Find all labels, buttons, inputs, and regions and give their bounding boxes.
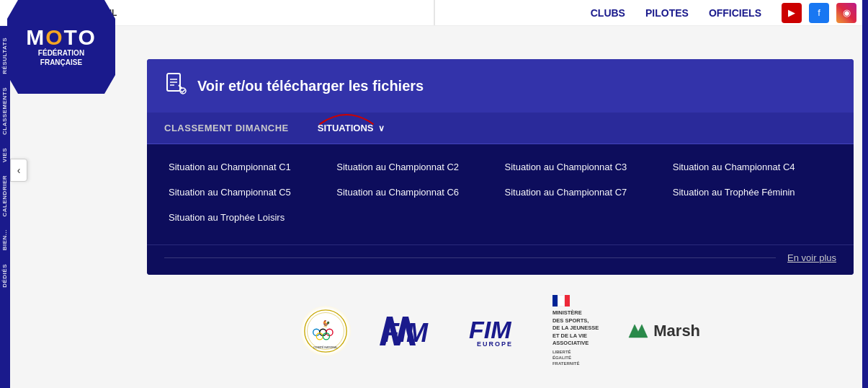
- situation-trophee-loisirs[interactable]: Situation au Trophée Loisirs: [164, 205, 332, 230]
- main-panel: Voir et/ou télécharger les fichiers CLAS…: [147, 59, 854, 275]
- svg-text:🐓: 🐓: [321, 319, 330, 328]
- tab-classement[interactable]: CLASSEMENT DIMANCHE: [164, 113, 289, 144]
- logo-shape[interactable]: MOTO FÉDÉRATION FRANÇAISE: [7, 0, 115, 94]
- tab-situations[interactable]: SITUATIONS ∨: [318, 113, 385, 144]
- fim-logo: FIM: [380, 317, 437, 345]
- partner-fim[interactable]: FIM: [380, 317, 437, 345]
- right-blue-edge: [862, 0, 868, 387]
- situation-c5[interactable]: Situation au Championnat C5: [164, 180, 332, 205]
- ministere-logo: MINISTÈREDES SPORTS,DE LA JEUNESSEET DE …: [552, 295, 599, 367]
- situation-c7[interactable]: Situation au Championnat C7: [501, 180, 668, 205]
- nav-pilotes[interactable]: PILOTES: [645, 7, 689, 19]
- fim-europe-logo: FIM EUROPE: [466, 315, 524, 347]
- nav-links: CLUBS PILOTES OFFICIELS ▶ f ◉: [591, 3, 856, 23]
- situation-c1[interactable]: Situation au Championnat C1: [164, 154, 332, 180]
- panel-content: Situation au Championnat C1 Situation au…: [147, 144, 854, 244]
- logo-area: MOTO FÉDÉRATION FRANÇAISE: [0, 0, 122, 101]
- panel-tabs: CLASSEMENT DIMANCHE SITUATIONS ∨: [147, 113, 854, 144]
- svg-text:EUROPE: EUROPE: [477, 340, 513, 347]
- svg-text:FIM: FIM: [383, 318, 429, 345]
- situation-c6[interactable]: Situation au Championnat C6: [332, 180, 500, 205]
- facebook-icon[interactable]: f: [809, 3, 829, 23]
- instagram-icon[interactable]: ◉: [836, 3, 856, 23]
- content-wrapper: Voir et/ou télécharger les fichiers CLAS…: [10, 52, 868, 387]
- file-icon: [164, 72, 187, 100]
- dropdown-arc-decoration: [310, 111, 382, 125]
- panel-header: Voir et/ou télécharger les fichiers: [147, 59, 854, 113]
- svg-text:FIM: FIM: [469, 316, 511, 343]
- nav-officiels[interactable]: OFFICIELS: [709, 7, 761, 19]
- collapse-icon: ‹: [17, 164, 21, 176]
- youtube-icon[interactable]: ▶: [782, 3, 802, 23]
- social-icons: ▶ f ◉: [782, 3, 856, 23]
- partner-ministere[interactable]: MINISTÈREDES SPORTS,DE LA JEUNESSEET DE …: [552, 295, 599, 367]
- marsh-logo: Marsh: [627, 322, 700, 340]
- situation-c4[interactable]: Situation au Championnat C4: [668, 154, 836, 180]
- panel-title: Voir et/ou télécharger les fichiers: [197, 78, 424, 94]
- panel-footer: En voir plus: [147, 244, 854, 275]
- footer-line: [164, 257, 776, 258]
- logo-federation: FÉDÉRATION FRANÇAISE: [38, 48, 84, 67]
- situation-c2[interactable]: Situation au Championnat C2: [332, 154, 500, 180]
- nav-divider: [434, 0, 434, 25]
- sidebar-item-vies[interactable]: VIES: [0, 142, 10, 168]
- top-navigation: ◀ RETOUR À L'ACCUEIL CLUBS PILOTES OFFIC…: [0, 0, 868, 26]
- svg-text:COMITÉ NATIONAL: COMITÉ NATIONAL: [313, 345, 338, 349]
- situation-c3[interactable]: Situation au Championnat C3: [501, 154, 668, 180]
- situation-trophee-feminin[interactable]: Situation au Trophée Féminin: [668, 180, 836, 205]
- sidebar-item-calendrier[interactable]: CALENDRIER: [0, 169, 10, 222]
- comite-logo: 🐓 COMITÉ NATIONAL: [300, 306, 351, 356]
- sidebar-item-dedies[interactable]: DÉDIÉS: [0, 258, 10, 294]
- partners-section: 🐓 COMITÉ NATIONAL FIM FIM EUROPE: [133, 275, 868, 387]
- sidebar-collapse-button[interactable]: ‹: [10, 159, 27, 182]
- partner-fim-europe[interactable]: FIM EUROPE: [466, 315, 524, 347]
- french-flag-icon: [552, 295, 570, 307]
- en-voir-plus-link[interactable]: En voir plus: [787, 252, 836, 263]
- partner-comite[interactable]: 🐓 COMITÉ NATIONAL: [300, 306, 351, 356]
- situations-grid: Situation au Championnat C1 Situation au…: [164, 154, 836, 230]
- partner-marsh[interactable]: Marsh: [627, 322, 700, 340]
- nav-clubs[interactable]: CLUBS: [591, 7, 625, 19]
- logo-moto: MOTO: [26, 27, 96, 48]
- sidebar-item-bien[interactable]: BIEN...: [0, 224, 10, 256]
